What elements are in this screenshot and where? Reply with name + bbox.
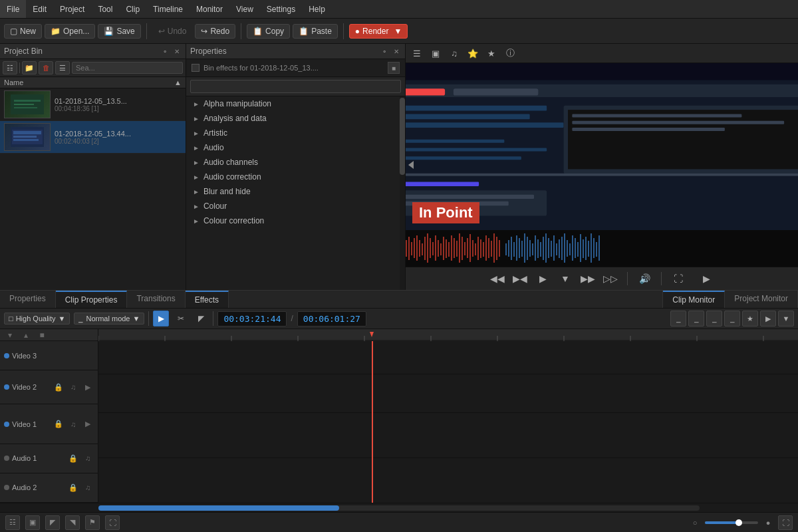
status-expand2-btn[interactable]: ⛶	[105, 515, 120, 530]
preview-play[interactable]: ▶	[534, 270, 551, 287]
menu-tool[interactable]: Tool	[91, 0, 119, 18]
preview-step-back[interactable]: ▶◀	[511, 270, 529, 287]
video1-mute-icon[interactable]: ♫	[67, 418, 79, 430]
effect-artistic[interactable]: ► Artistic	[186, 126, 400, 140]
zoom-fullscreen-btn[interactable]: ⛶	[778, 515, 793, 530]
project-bin-pin-icon[interactable]: ⚬	[160, 47, 170, 56]
properties-close-icon[interactable]: ✕	[392, 47, 401, 56]
zoom-thumb[interactable]	[735, 519, 742, 526]
effects-search-input[interactable]	[190, 80, 401, 93]
bin-search-input[interactable]	[72, 62, 183, 74]
timeline-scroll-track[interactable]	[98, 505, 700, 511]
video2-lock-icon[interactable]: 🔒	[53, 381, 65, 393]
tl-extract-btn[interactable]: ⎯	[688, 311, 704, 327]
audio2-lock-icon[interactable]: 🔒	[67, 481, 79, 493]
effect-alpha-manipulation[interactable]: ► Alpha manipulation	[186, 96, 400, 111]
menu-file[interactable]: File	[0, 0, 26, 18]
zoom-in-btn[interactable]: ●	[761, 515, 775, 530]
timecode-current[interactable]: 00:03:21:44	[217, 311, 287, 327]
tl-add-track-btn[interactable]: ⎯	[670, 311, 686, 327]
bin-delete-clip[interactable]: 🗑	[39, 61, 53, 74]
project-bin-close-icon[interactable]: ✕	[172, 47, 182, 56]
preview-fullscreen[interactable]: ⛶	[670, 270, 687, 287]
menu-project[interactable]: Project	[53, 0, 91, 18]
timeline-ruler[interactable]	[98, 329, 798, 341]
status-grid-btn[interactable]: ☷	[5, 515, 20, 530]
bin-effects-dock-btn[interactable]: ■	[388, 62, 400, 74]
preview-step-fwd[interactable]: ▶▶	[579, 270, 597, 287]
effect-audio-correction[interactable]: ► Audio correction	[186, 170, 400, 184]
razor-tool-btn[interactable]: ✂	[173, 311, 189, 327]
preview-arrow-right[interactable]: ▶	[698, 270, 715, 287]
video1-lock-icon[interactable]: 🔒	[53, 418, 65, 430]
zoom-slider[interactable]	[705, 521, 758, 524]
copy-button[interactable]: 📋 Copy	[247, 24, 290, 39]
tl-split-btn[interactable]: ⎯	[706, 311, 722, 327]
preview-star-icon[interactable]: ★	[484, 46, 499, 61]
zoom-out-btn[interactable]: ○	[688, 515, 702, 530]
select-tool-btn[interactable]: ▶	[153, 311, 169, 327]
mode-select[interactable]: ⎯ Normal mode ▼	[74, 313, 144, 325]
audio1-lock-icon[interactable]: 🔒	[67, 452, 79, 464]
quality-select[interactable]: □ High Quality ▼	[4, 313, 70, 325]
properties-pin-icon[interactable]: ⚬	[380, 47, 389, 56]
tl-more-btn[interactable]: ▼	[778, 311, 794, 327]
bin-view-toggle[interactable]: ☷	[3, 61, 17, 74]
tl-play-btn[interactable]: ▶	[760, 311, 776, 327]
menu-monitor[interactable]: Monitor	[190, 0, 229, 18]
new-button[interactable]: ▢ New	[4, 24, 42, 39]
effect-blur-hide[interactable]: ► Blur and hide	[186, 184, 400, 199]
status-flag-btn[interactable]: ⚑	[85, 515, 100, 530]
video1-eye-icon[interactable]: ▶	[82, 418, 94, 430]
undo-button[interactable]: ↩ Undo	[152, 24, 193, 39]
menu-clip[interactable]: Clip	[119, 0, 146, 18]
effect-colour-correction[interactable]: ► Colour correction	[186, 213, 400, 228]
tab-clip-monitor[interactable]: Clip Monitor	[663, 291, 725, 308]
open-button[interactable]: 📁 Open...	[45, 24, 95, 39]
tl-group-btn[interactable]: ⎯	[724, 311, 740, 327]
tab-clip-properties[interactable]: Clip Properties	[56, 291, 128, 308]
clip-item-1[interactable]: 01-2018-12-05_13.5... 00:04:18:36 [1]	[0, 88, 186, 121]
lock-all-btn[interactable]: ■	[36, 329, 48, 341]
preview-info-icon[interactable]: ⓘ	[503, 46, 517, 61]
render-button[interactable]: ● Render ▼	[349, 24, 408, 39]
status-expand-btn[interactable]: ◤	[45, 515, 60, 530]
bin-add-clip[interactable]: 📁	[22, 61, 37, 74]
preview-audio-icon[interactable]: ♫	[447, 46, 462, 61]
preview-go-end[interactable]: ▷▷	[602, 270, 619, 287]
preview-play-dropdown[interactable]: ▼	[557, 270, 574, 287]
menu-timeline[interactable]: Timeline	[146, 0, 190, 18]
save-button[interactable]: 💾 Save	[98, 24, 140, 39]
effect-analysis-data[interactable]: ► Analysis and data	[186, 111, 400, 126]
tab-effects[interactable]: Effects	[186, 291, 229, 308]
status-contract-btn[interactable]: ◥	[65, 515, 80, 530]
preview-marker-icon[interactable]: ⭐	[466, 46, 480, 61]
audio2-mute-icon[interactable]: ♫	[82, 481, 94, 493]
clip-item-2[interactable]: 01-2018-12-05_13.44... 00:02:40:03 [2]	[0, 121, 186, 154]
menu-help[interactable]: Help	[302, 0, 332, 18]
effects-scrollbar[interactable]	[400, 96, 405, 290]
video2-mute-icon[interactable]: ♫	[67, 381, 79, 393]
track-lane-audio1[interactable]	[98, 458, 798, 491]
collapse-all-btn[interactable]: ▾	[4, 329, 16, 341]
effect-audio[interactable]: ► Audio	[186, 140, 400, 155]
preview-volume[interactable]: 🔊	[636, 270, 653, 287]
bin-menu[interactable]: ☰	[55, 61, 70, 74]
effects-scrollbar-thumb[interactable]	[400, 98, 405, 175]
spacer-tool-btn[interactable]: ◤	[193, 311, 209, 327]
menu-view[interactable]: View	[229, 0, 260, 18]
menu-edit[interactable]: Edit	[26, 0, 53, 18]
tab-project-monitor[interactable]: Project Monitor	[725, 291, 798, 308]
audio1-mute-icon[interactable]: ♫	[82, 452, 94, 464]
effect-colour[interactable]: ► Colour	[186, 199, 400, 213]
status-fit-btn[interactable]: ▣	[25, 515, 40, 530]
menu-settings[interactable]: Settings	[260, 0, 302, 18]
expand-all-btn[interactable]: ▴	[20, 329, 32, 341]
effect-audio-channels[interactable]: ► Audio channels	[186, 155, 400, 170]
preview-list-icon[interactable]: ☰	[410, 46, 424, 61]
timeline-scroll-thumb[interactable]	[98, 505, 339, 511]
redo-button[interactable]: ↪ Redo	[195, 24, 235, 39]
tab-properties[interactable]: Properties	[0, 291, 56, 308]
preview-go-start[interactable]: ◀◀	[489, 270, 506, 287]
track-lane-audio2[interactable]	[98, 491, 798, 503]
